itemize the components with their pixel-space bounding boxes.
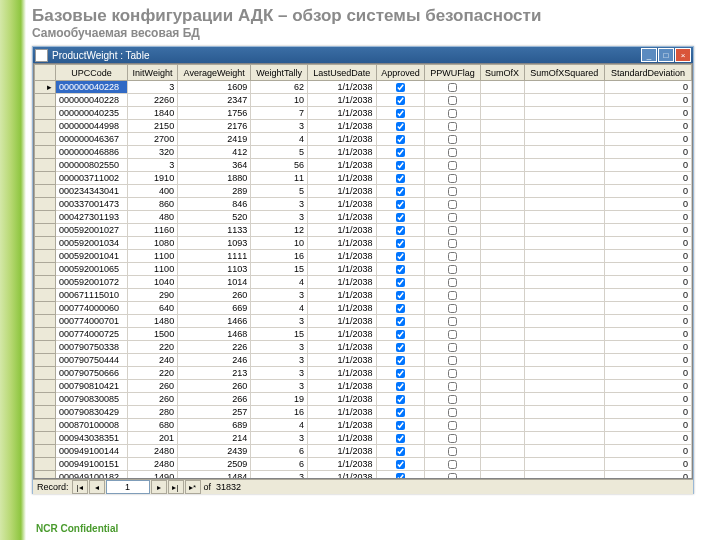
row-selector[interactable] (35, 250, 56, 263)
cell[interactable]: 3 (251, 354, 308, 367)
table-row[interactable]: 0009491001821490148431/1/20380 (35, 471, 692, 480)
cell[interactable] (524, 393, 604, 406)
cell[interactable] (425, 432, 480, 445)
row-selector[interactable] (35, 198, 56, 211)
nav-new-button[interactable]: ▸* (185, 480, 201, 494)
cell[interactable] (376, 445, 425, 458)
cell[interactable]: 56 (251, 159, 308, 172)
row-selector[interactable] (35, 380, 56, 393)
cell[interactable]: 000671115010 (56, 289, 128, 302)
cell[interactable]: 000870100008 (56, 419, 128, 432)
cell[interactable]: 3 (251, 341, 308, 354)
cell[interactable] (425, 172, 480, 185)
cell[interactable] (425, 341, 480, 354)
cell[interactable]: 0 (605, 172, 692, 185)
cell[interactable] (480, 458, 524, 471)
ppwuflag-checkbox[interactable] (448, 135, 457, 144)
cell[interactable] (524, 211, 604, 224)
ppwuflag-checkbox[interactable] (448, 356, 457, 365)
approved-checkbox[interactable] (396, 148, 405, 157)
cell[interactable]: 000003711002 (56, 172, 128, 185)
table-row[interactable]: 00094303835120121431/1/20380 (35, 432, 692, 445)
cell[interactable]: 1093 (178, 237, 251, 250)
cell[interactable] (480, 289, 524, 302)
cell[interactable] (425, 107, 480, 120)
cell[interactable]: 2700 (127, 133, 177, 146)
cell[interactable]: 289 (178, 185, 251, 198)
cell[interactable]: 16 (251, 250, 308, 263)
row-selector[interactable] (35, 211, 56, 224)
cell[interactable]: 0 (605, 458, 692, 471)
table-row[interactable]: 0007740007011480146631/1/20380 (35, 315, 692, 328)
cell[interactable] (376, 276, 425, 289)
cell[interactable] (480, 406, 524, 419)
cell[interactable] (480, 276, 524, 289)
cell[interactable]: 0 (605, 133, 692, 146)
cell[interactable]: 000949100182 (56, 471, 128, 480)
cell[interactable] (376, 393, 425, 406)
cell[interactable] (524, 406, 604, 419)
table-row[interactable]: 00033700147386084631/1/20380 (35, 198, 692, 211)
table-row[interactable]: 00059200102711601133121/1/20380 (35, 224, 692, 237)
cell[interactable]: 0 (605, 250, 692, 263)
cell[interactable]: 2150 (127, 120, 177, 133)
cell[interactable] (480, 237, 524, 250)
cell[interactable] (425, 380, 480, 393)
cell[interactable] (480, 263, 524, 276)
ppwuflag-checkbox[interactable] (448, 447, 457, 456)
cell[interactable]: 000790830085 (56, 393, 128, 406)
cell[interactable]: 0 (605, 341, 692, 354)
cell[interactable]: 1609 (178, 81, 251, 94)
cell[interactable]: 0 (605, 146, 692, 159)
cell[interactable]: 3 (251, 471, 308, 480)
cell[interactable] (524, 263, 604, 276)
maximize-button[interactable]: □ (658, 48, 674, 62)
cell[interactable] (425, 120, 480, 133)
cell[interactable]: 1080 (127, 237, 177, 250)
cell[interactable]: 000592001027 (56, 224, 128, 237)
cell[interactable]: 0 (605, 471, 692, 480)
row-selector[interactable] (35, 302, 56, 315)
row-selector[interactable] (35, 146, 56, 159)
cell[interactable] (376, 224, 425, 237)
cell[interactable]: 000000046886 (56, 146, 128, 159)
ppwuflag-checkbox[interactable] (448, 304, 457, 313)
cell[interactable] (480, 224, 524, 237)
ppwuflag-checkbox[interactable] (448, 317, 457, 326)
cell[interactable] (376, 107, 425, 120)
cell[interactable]: 214 (178, 432, 251, 445)
row-selector[interactable] (35, 341, 56, 354)
table-row[interactable]: 0000000449982150217631/1/20380 (35, 120, 692, 133)
table-row[interactable]: 00077400006064066941/1/20380 (35, 302, 692, 315)
ppwuflag-checkbox[interactable] (448, 148, 457, 157)
row-selector[interactable] (35, 94, 56, 107)
cell[interactable]: 000592001065 (56, 263, 128, 276)
cell[interactable] (376, 380, 425, 393)
cell[interactable]: 000592001041 (56, 250, 128, 263)
cell[interactable]: 1480 (127, 315, 177, 328)
cell[interactable]: 000000046367 (56, 133, 128, 146)
cell[interactable] (376, 432, 425, 445)
cell[interactable] (425, 315, 480, 328)
cell[interactable]: 1/1/2038 (307, 458, 376, 471)
cell[interactable]: 10 (251, 237, 308, 250)
minimize-button[interactable]: _ (641, 48, 657, 62)
cell[interactable]: 0 (605, 419, 692, 432)
cell[interactable]: 0 (605, 289, 692, 302)
cell[interactable]: 240 (127, 354, 177, 367)
approved-checkbox[interactable] (396, 408, 405, 417)
cell[interactable]: 1466 (178, 315, 251, 328)
approved-checkbox[interactable] (396, 187, 405, 196)
cell[interactable]: 257 (178, 406, 251, 419)
row-selector[interactable] (35, 107, 56, 120)
ppwuflag-checkbox[interactable] (448, 265, 457, 274)
table-row[interactable]: 00079081042126026031/1/20380 (35, 380, 692, 393)
approved-checkbox[interactable] (396, 200, 405, 209)
cell[interactable]: 1/1/2038 (307, 263, 376, 276)
col-approved[interactable]: Approved (376, 65, 425, 81)
cell[interactable] (480, 445, 524, 458)
cell[interactable] (524, 302, 604, 315)
ppwuflag-checkbox[interactable] (448, 96, 457, 105)
approved-checkbox[interactable] (396, 135, 405, 144)
col-sumofx[interactable]: SumOfX (480, 65, 524, 81)
